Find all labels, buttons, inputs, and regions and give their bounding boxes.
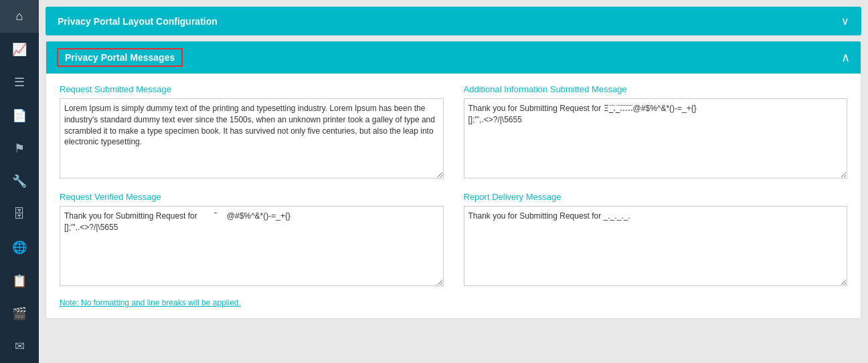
message-grid: Request Submitted Message Additional Inf… <box>60 84 847 289</box>
sidebar-item-globe[interactable]: 🌐 <box>0 231 39 264</box>
sidebar-item-flag[interactable]: ⚑ <box>0 132 39 164</box>
note-text: Note: No formatting and line breaks will… <box>60 298 847 308</box>
sidebar: ⌂ 📈 ☰ 📄 ⚑ 🔧 🗄 🌐 📋 🎬 ✉ <box>0 0 39 363</box>
additional-info-textarea[interactable] <box>464 98 848 178</box>
additional-info-field: Additional Information Submitted Message <box>464 84 848 181</box>
messages-body: Request Submitted Message Additional Inf… <box>46 74 861 318</box>
mail-icon: ✉ <box>15 339 25 354</box>
globe-icon: 🌐 <box>12 240 27 255</box>
note-link[interactable]: will <box>188 298 199 308</box>
report-icon: 📋 <box>12 273 27 288</box>
sidebar-item-report[interactable]: 📋 <box>0 264 39 297</box>
sidebar-item-list[interactable]: ☰ <box>0 66 39 99</box>
layout-config-title: Privacy Portal Layout Configuration <box>58 16 218 27</box>
chart-icon: 📈 <box>12 42 27 57</box>
report-delivery-label: Report Delivery Message <box>464 192 848 202</box>
flag-icon: ⚑ <box>14 141 25 156</box>
tools-icon: 🔧 <box>12 174 27 189</box>
media-icon: 🎬 <box>12 306 27 321</box>
sidebar-item-database[interactable]: 🗄 <box>0 198 39 231</box>
sidebar-item-home[interactable]: ⌂ <box>0 0 39 33</box>
layout-config-header[interactable]: Privacy Portal Layout Configuration ∨ <box>46 7 861 35</box>
document-icon: 📄 <box>12 108 27 123</box>
messages-chevron: ∧ <box>841 50 850 65</box>
messages-title: Privacy Portal Messages <box>57 48 183 67</box>
list-icon: ☰ <box>14 75 25 90</box>
sidebar-item-media[interactable]: 🎬 <box>0 297 39 330</box>
note-prefix: Note: No formatting and line breaks <box>60 298 188 308</box>
messages-header[interactable]: Privacy Portal Messages ∧ <box>46 41 861 74</box>
sidebar-item-mail[interactable]: ✉ <box>0 330 39 363</box>
request-submitted-label: Request Submitted Message <box>60 84 444 94</box>
database-icon: 🗄 <box>13 207 25 221</box>
request-submitted-textarea[interactable] <box>60 98 444 178</box>
messages-section: Privacy Portal Messages ∧ Request Submit… <box>46 41 861 319</box>
request-verified-field: Request Verified Message <box>60 192 444 289</box>
main-content: Privacy Portal Layout Configuration ∨ Pr… <box>39 0 868 363</box>
sidebar-item-tools[interactable]: 🔧 <box>0 165 39 198</box>
sidebar-item-document[interactable]: 📄 <box>0 99 39 132</box>
note-suffix: be applied. <box>199 298 241 308</box>
home-icon: ⌂ <box>16 9 23 23</box>
additional-info-label: Additional Information Submitted Message <box>464 84 848 94</box>
request-verified-textarea[interactable] <box>60 206 444 286</box>
report-delivery-field: Report Delivery Message <box>464 192 848 289</box>
sidebar-item-chart[interactable]: 📈 <box>0 33 39 66</box>
report-delivery-textarea[interactable] <box>464 206 848 286</box>
request-submitted-field: Request Submitted Message <box>60 84 444 181</box>
request-verified-label: Request Verified Message <box>60 192 444 202</box>
layout-config-chevron: ∨ <box>841 15 849 27</box>
